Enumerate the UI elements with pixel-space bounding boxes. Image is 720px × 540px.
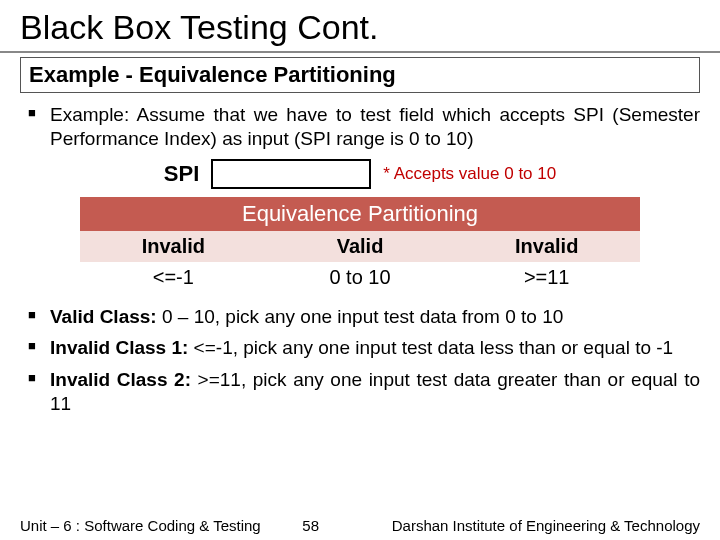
eq-value-cell: <=-1: [80, 262, 267, 293]
spi-row: SPI * Accepts value 0 to 10: [20, 159, 700, 189]
bullet-item: Example: Assume that we have to test fie…: [28, 103, 700, 151]
eq-header-cell: Valid: [267, 231, 454, 262]
eq-header-cell: Invalid: [453, 231, 640, 262]
bullet-item: Invalid Class 1: <=-1, pick any one inpu…: [28, 336, 700, 360]
bullet-rest: 0 – 10, pick any one input test data fro…: [157, 306, 564, 327]
slide-title: Black Box Testing Cont.: [20, 0, 700, 51]
bullet-item: Valid Class: 0 – 10, pick any one input …: [28, 305, 700, 329]
eq-value-cell: 0 to 10: [267, 262, 454, 293]
footer-institute: Darshan Institute of Engineering & Techn…: [361, 517, 700, 534]
footer-unit: Unit – 6 : Software Coding & Testing: [20, 517, 261, 534]
bottom-bullets: Valid Class: 0 – 10, pick any one input …: [20, 305, 700, 416]
title-divider: [0, 51, 720, 53]
eq-value-row: <=-1 0 to 10 >=11: [80, 262, 640, 293]
spi-label: SPI: [164, 161, 199, 187]
subtitle-box: Example - Equivalence Partitioning: [20, 57, 700, 93]
bullet-bold: Valid Class:: [50, 306, 157, 327]
eq-header-cell: Invalid: [80, 231, 267, 262]
bullet-bold: Invalid Class 1:: [50, 337, 188, 358]
spi-note: * Accepts value 0 to 10: [383, 164, 556, 184]
eq-title: Equivalence Partitioning: [80, 197, 640, 231]
equivalence-table: Equivalence Partitioning Invalid Valid I…: [80, 197, 640, 293]
footer: Unit – 6 : Software Coding & Testing 58 …: [0, 517, 720, 534]
bullet-bold: Invalid Class 2:: [50, 369, 191, 390]
spi-input-box[interactable]: [211, 159, 371, 189]
top-bullets: Example: Assume that we have to test fie…: [20, 103, 700, 151]
eq-header-row: Invalid Valid Invalid: [80, 231, 640, 262]
bullet-rest: <=-1, pick any one input test data less …: [188, 337, 673, 358]
footer-page: 58: [281, 517, 341, 534]
eq-value-cell: >=11: [453, 262, 640, 293]
bullet-item: Invalid Class 2: >=11, pick any one inpu…: [28, 368, 700, 416]
